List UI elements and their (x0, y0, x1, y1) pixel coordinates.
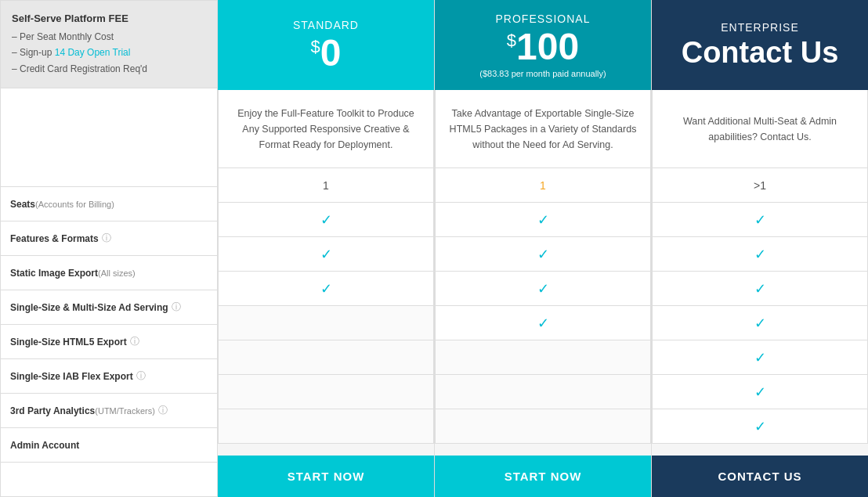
sidebar-row-html5: Single-Size HTML5 Export ⓘ (0, 325, 218, 359)
professional-header: PROFESSIONAL $100 ($83.83 per month paid… (435, 0, 651, 90)
standard-seats: 1 (218, 168, 434, 203)
enterprise-feature-4: ✓ (652, 340, 868, 375)
standard-feature-4 (218, 340, 434, 375)
check-icon: ✓ (754, 211, 766, 229)
col-professional: PROFESSIONAL $100 ($83.83 per month paid… (435, 0, 652, 497)
professional-price-note: ($83.83 per month paid annually) (479, 69, 606, 78)
check-icon: ✓ (537, 315, 549, 332)
sidebar-line3: – Credit Card Registration Req'd (12, 61, 206, 77)
enterprise-btn-container: CONTACT US (652, 456, 868, 497)
enterprise-feature-2: ✓ (652, 272, 868, 306)
html5-help-icon: ⓘ (130, 335, 139, 348)
professional-feature-1: ✓ (435, 237, 651, 272)
professional-feature-0: ✓ (435, 203, 651, 237)
sidebar-spacer-desc (0, 88, 218, 187)
standard-btn-container: START NOW (218, 456, 434, 497)
check-icon: ✓ (537, 246, 549, 263)
features-help-icon: ⓘ (102, 232, 111, 245)
sidebar: Self-Serve Platform FEE – Per Seat Month… (0, 0, 218, 497)
professional-plan-name: PROFESSIONAL (496, 13, 591, 25)
professional-seats: 1 (435, 168, 651, 203)
check-icon: ✓ (320, 246, 332, 263)
analytics-help-icon: ⓘ (158, 404, 168, 417)
professional-feature-6 (435, 409, 651, 444)
sidebar-row-iab: Single-Size IAB Flex Export ⓘ (0, 359, 218, 394)
sidebar-line1: – Per Seat Monthly Cost (12, 29, 206, 45)
sidebar-row-admin: Admin Account (0, 428, 218, 463)
adserving-help-icon: ⓘ (172, 301, 181, 314)
check-icon: ✓ (754, 349, 766, 366)
professional-feature-4 (435, 340, 651, 375)
check-icon: ✓ (754, 315, 766, 332)
enterprise-feature-0: ✓ (652, 203, 868, 237)
check-icon: ✓ (754, 246, 766, 263)
standard-feature-1: ✓ (218, 237, 434, 272)
check-icon: ✓ (754, 418, 766, 435)
professional-btn-container: START NOW (435, 456, 651, 497)
enterprise-feature-3: ✓ (652, 306, 868, 340)
enterprise-header: ENTERPRISE Contact Us (652, 0, 868, 90)
enterprise-desc: Want Additional Multi-Seat & Admin apabi… (652, 90, 868, 168)
enterprise-contact-button[interactable]: CONTACT US (652, 456, 868, 497)
enterprise-contact-label: Contact Us (682, 37, 839, 70)
sidebar-bottom-spacer (0, 463, 218, 497)
check-icon: ✓ (537, 280, 549, 297)
sidebar-title: Self-Serve Platform FEE (12, 10, 206, 27)
standard-feature-5 (218, 375, 434, 409)
enterprise-feature-5: ✓ (652, 375, 868, 409)
pricing-columns: STANDARD $0 Enjoy the Full-Feature Toolk… (218, 0, 868, 497)
enterprise-feature-1: ✓ (652, 237, 868, 272)
standard-price: $0 (311, 34, 342, 72)
standard-feature-2: ✓ (218, 272, 434, 306)
standard-plan-name: STANDARD (293, 19, 359, 31)
check-icon: ✓ (537, 211, 549, 229)
iab-help-icon: ⓘ (136, 369, 146, 383)
standard-header: STANDARD $0 (218, 0, 434, 90)
professional-desc: Take Advantage of Exportable Single-Size… (435, 90, 651, 168)
professional-price: $100 (507, 28, 579, 66)
standard-feature-3 (218, 306, 434, 340)
standard-feature-0: ✓ (218, 203, 434, 237)
professional-feature-5 (435, 375, 651, 409)
enterprise-feature-6: ✓ (652, 409, 868, 444)
sidebar-header: Self-Serve Platform FEE – Per Seat Month… (0, 0, 218, 88)
standard-start-button[interactable]: START NOW (218, 456, 434, 497)
check-icon: ✓ (754, 384, 766, 401)
trial-link[interactable]: 14 Day Open Trial (55, 47, 131, 58)
professional-feature-2: ✓ (435, 272, 651, 306)
professional-feature-3: ✓ (435, 306, 651, 340)
sidebar-row-analytics: 3rd Party Analytics (UTM/Trackers) ⓘ (0, 394, 218, 428)
standard-feature-6 (218, 409, 434, 444)
sidebar-row-static: Static Image Export (All sizes) (0, 256, 218, 290)
check-icon: ✓ (320, 211, 332, 229)
check-icon: ✓ (320, 280, 332, 297)
check-icon: ✓ (754, 280, 766, 297)
standard-desc: Enjoy the Full-Feature Toolkit to Produc… (218, 90, 434, 168)
professional-start-button[interactable]: START NOW (435, 456, 651, 497)
col-enterprise: ENTERPRISE Contact Us Want Additional Mu… (652, 0, 868, 497)
col-standard: STANDARD $0 Enjoy the Full-Feature Toolk… (218, 0, 435, 497)
sidebar-rows: Seats (Accounts for Billing) Features & … (0, 88, 218, 497)
sidebar-row-features: Features & Formats ⓘ (0, 221, 218, 256)
sidebar-line2: – Sign-up 14 Day Open Trial (12, 45, 206, 60)
sidebar-row-adserving: Single-Size & Multi-Size Ad Serving ⓘ (0, 290, 218, 325)
sidebar-row-seats: Seats (Accounts for Billing) (0, 187, 218, 221)
enterprise-plan-name: ENTERPRISE (721, 21, 798, 34)
enterprise-seats: >1 (652, 168, 868, 203)
